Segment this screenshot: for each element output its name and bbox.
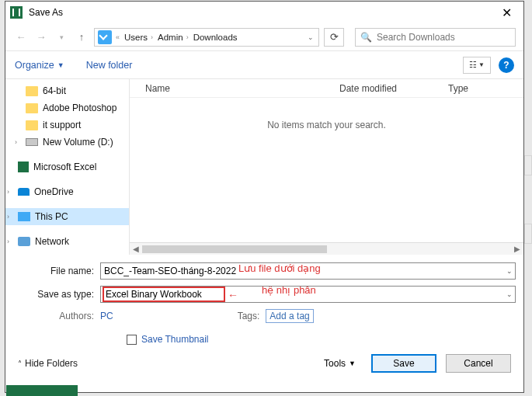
onedrive-icon	[18, 188, 30, 196]
excel-icon	[18, 162, 29, 172]
scroll-left-icon[interactable]: ◀	[130, 245, 142, 253]
background-fragment	[524, 224, 532, 244]
save-button[interactable]: Save	[371, 354, 436, 373]
cancel-button[interactable]: Cancel	[446, 354, 511, 373]
address-dropdown[interactable]: ⌄	[304, 33, 317, 41]
pc-icon	[18, 212, 30, 221]
tree-item-thispc[interactable]: ›This PC	[5, 208, 129, 225]
forward-button[interactable]: →	[33, 30, 49, 45]
folder-icon	[26, 120, 38, 130]
scroll-thumb[interactable]	[142, 245, 327, 253]
hide-folders-button[interactable]: ˄Hide Folders	[18, 358, 78, 369]
chevron-down-icon[interactable]: ⌄	[506, 290, 513, 298]
network-icon	[18, 237, 30, 246]
close-button[interactable]: ✕	[489, 2, 523, 23]
nav-tree: 64-bit Adobe Photoshop it support ›New V…	[5, 79, 130, 255]
file-name-input[interactable]: BCC_-Team-SEO-tháng-8-2022 ⌄	[100, 262, 516, 280]
drive-icon	[26, 138, 38, 146]
tree-item-itsupport[interactable]: it support	[5, 116, 129, 134]
dialog-title: Save As	[29, 7, 63, 18]
tree-item-excel[interactable]: Microsoft Excel	[5, 158, 129, 175]
background-fragment	[6, 385, 78, 396]
save-as-dialog: Save As ✕ ← → ▾ ↑ « Users› Admin› Downlo…	[5, 1, 524, 393]
tree-item-photoshop[interactable]: Adobe Photoshop	[5, 99, 129, 116]
file-name-label: File name:	[13, 266, 100, 276]
col-name[interactable]: Name	[145, 83, 339, 94]
recent-dropdown[interactable]: ▾	[54, 30, 69, 45]
folder-icon	[26, 86, 38, 96]
save-thumbnail-checkbox[interactable]	[127, 335, 137, 345]
folder-icon	[26, 103, 38, 113]
col-type[interactable]: Type	[448, 83, 523, 94]
tree-item-newvolume[interactable]: ›New Volume (D:)	[5, 134, 129, 151]
crumb-admin[interactable]: Admin	[158, 33, 183, 42]
tree-item-64bit[interactable]: 64-bit	[5, 82, 129, 99]
toolbar: Organize▼ New folder ☷▼ ?	[5, 51, 523, 79]
file-list: Name Date modified Type No items match y…	[130, 79, 523, 255]
footer: ˄Hide Folders Tools▼ Save Cancel	[5, 345, 523, 382]
tags-label: Tags:	[238, 311, 266, 321]
address-bar[interactable]: « Users› Admin› Downloads ⌄	[94, 28, 319, 47]
save-type-select[interactable]: Excel Binary Workbook ⌄	[100, 286, 516, 303]
organize-menu[interactable]: Organize▼	[15, 60, 64, 71]
tools-menu[interactable]: Tools▼	[324, 358, 356, 369]
horizontal-scrollbar[interactable]: ◀ ▶	[130, 242, 523, 255]
up-button[interactable]: ↑	[74, 30, 89, 45]
col-date[interactable]: Date modified	[339, 83, 448, 94]
refresh-button[interactable]: ⟳	[324, 28, 344, 47]
list-header: Name Date modified Type	[130, 79, 523, 98]
drive-icon	[98, 30, 112, 44]
excel-icon	[10, 6, 23, 19]
save-type-label: Save as type:	[13, 289, 100, 300]
chevron-down-icon[interactable]: ⌄	[506, 267, 513, 275]
title-bar: Save As ✕	[5, 2, 523, 23]
view-options-button[interactable]: ☷▼	[463, 57, 491, 74]
crumb-users[interactable]: Users	[124, 33, 148, 42]
empty-message: No items match your search.	[130, 120, 523, 130]
scroll-right-icon[interactable]: ▶	[511, 245, 523, 253]
form-area: Lưu file dưới dạng hệ nhị phân ← File na…	[5, 255, 523, 345]
tags-input[interactable]: Add a tag	[266, 309, 313, 323]
authors-value[interactable]: PC	[100, 311, 113, 321]
nav-row: ← → ▾ ↑ « Users› Admin› Downloads ⌄ ⟳ 🔍 …	[5, 23, 523, 51]
search-icon: 🔍	[360, 32, 372, 43]
crumb-downloads[interactable]: Downloads	[193, 33, 238, 42]
search-input[interactable]: 🔍 Search Downloads	[355, 28, 516, 47]
new-folder-button[interactable]: New folder	[86, 60, 133, 71]
save-thumbnail-label[interactable]: Save Thumbnail	[141, 334, 209, 345]
help-button[interactable]: ?	[499, 57, 514, 73]
back-button[interactable]: ←	[13, 30, 29, 45]
authors-label: Authors:	[13, 311, 100, 321]
tree-item-network[interactable]: ›Network	[5, 233, 129, 250]
tree-item-onedrive[interactable]: ›OneDrive	[5, 183, 129, 200]
background-fragment	[524, 155, 532, 175]
